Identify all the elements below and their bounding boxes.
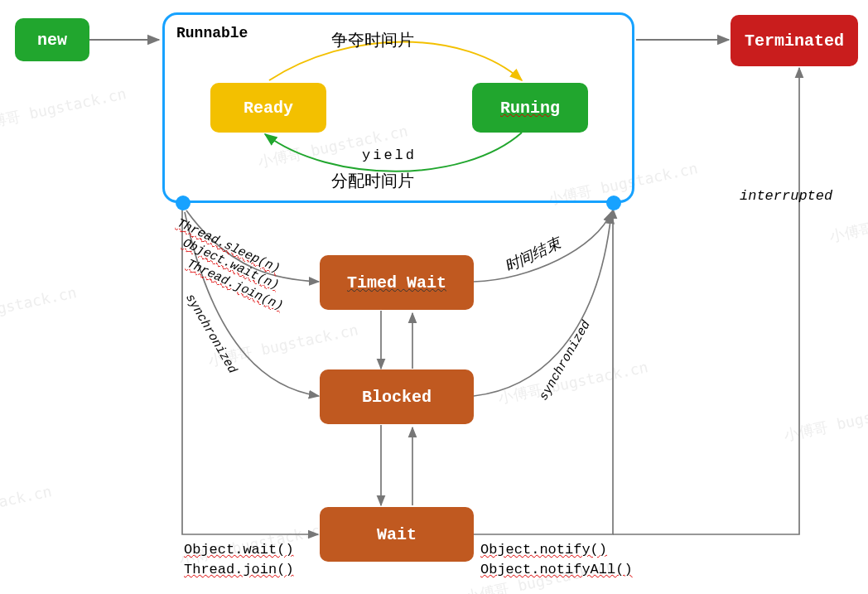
watermark: 小傅哥 bugstack.cn [828,196,868,247]
state-wait: Wait [320,507,474,562]
label-object-wait: Object.wait() [184,542,294,558]
state-ready: Ready [210,83,326,133]
label-allocate-slice: 分配时间片 [331,170,414,192]
watermark: 小傅哥 bugstack.cn [783,394,868,446]
label-compete-slice: 争夺时间片 [331,29,414,51]
runnable-left-dot [176,196,190,210]
label-object-notifyall: Object.notifyAll() [480,562,633,577]
label-thread-join: Thread.join() [184,562,294,577]
watermark: 小傅哥 bugstack.cn [0,283,79,334]
state-timed-wait: Timed Wait [320,255,474,310]
state-new: new [15,18,89,61]
label-object-notify: Object.notify() [480,542,607,558]
label-synchronized-right: synchronized [537,318,594,403]
state-running: Runing [472,83,588,133]
watermark: 小傅哥 bugstack.cn [497,357,650,408]
state-blocked: Blocked [320,369,474,424]
label-interrupted: interrupted [740,188,832,204]
label-yield: yield [362,147,417,163]
watermark: 小傅哥 bugstack.cn [0,84,128,135]
runnable-right-dot [606,196,621,210]
watermark: 小傅哥 bugstack.cn [0,481,54,533]
label-time-over: 时间结束 [501,234,563,277]
runnable-label: Runnable [176,25,248,41]
state-terminated: Terminated [731,15,858,66]
watermark: 小傅哥 bugstack.cn [745,589,868,594]
label-synchronized-left: synchronized [182,292,239,376]
